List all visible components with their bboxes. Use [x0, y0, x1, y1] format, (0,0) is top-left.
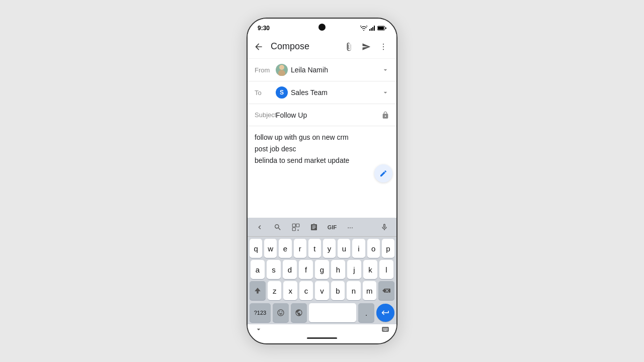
keyboard: q w e r t y u i o p a s d f g h j k: [248, 237, 396, 324]
key-m[interactable]: m: [363, 281, 376, 300]
status-time: 9:30: [258, 25, 270, 32]
kb-translate-icon: ✦: [291, 223, 300, 232]
attach-button[interactable]: [341, 39, 357, 55]
key-r[interactable]: r: [294, 239, 306, 258]
key-q[interactable]: q: [250, 239, 262, 258]
send-button[interactable]: [358, 39, 374, 55]
key-p[interactable]: p: [382, 239, 394, 258]
key-period[interactable]: .: [358, 303, 374, 322]
keyboard-row-2: a s d f g h j k l: [250, 260, 394, 279]
svg-point-7: [383, 43, 384, 44]
key-d[interactable]: d: [283, 260, 297, 279]
to-dropdown-icon[interactable]: [381, 88, 389, 97]
key-o[interactable]: o: [367, 239, 380, 258]
keyboard-translate-button[interactable]: ✦: [288, 220, 304, 235]
compose-title: Compose: [271, 41, 341, 52]
svg-rect-12: [292, 227, 295, 230]
key-s[interactable]: s: [267, 260, 281, 279]
svg-point-9: [383, 49, 384, 50]
status-icons: [360, 26, 386, 31]
svg-rect-5: [378, 27, 384, 30]
home-indicator-bar: [248, 334, 396, 343]
to-avatar: S: [276, 86, 288, 99]
from-dropdown-icon[interactable]: [381, 66, 389, 74]
more-button[interactable]: [375, 39, 391, 55]
svg-rect-2: [372, 27, 373, 31]
key-w[interactable]: w: [264, 239, 277, 258]
send-icon: [362, 42, 371, 51]
keyboard-toolbar: ✦ GIF ···: [248, 218, 396, 237]
key-e[interactable]: e: [279, 239, 291, 258]
key-y[interactable]: y: [323, 239, 336, 258]
key-a[interactable]: a: [251, 260, 265, 279]
key-backspace[interactable]: [378, 281, 394, 300]
back-button[interactable]: [251, 39, 267, 55]
key-t[interactable]: t: [308, 239, 321, 258]
subject-value[interactable]: Follow Up: [276, 111, 307, 119]
key-x[interactable]: x: [283, 281, 297, 300]
subject-label: Subject: [255, 111, 276, 119]
enter-icon: [381, 308, 390, 317]
key-z[interactable]: z: [268, 281, 281, 300]
key-g[interactable]: g: [315, 260, 329, 279]
to-name: Sales Team: [291, 88, 328, 97]
to-row[interactable]: To S Sales Team: [248, 81, 396, 104]
top-app-bar: Compose: [248, 35, 396, 59]
edit-fab-button[interactable]: [374, 164, 392, 183]
key-shift[interactable]: [250, 281, 266, 300]
key-globe[interactable]: [291, 303, 307, 322]
keyboard-gif-button[interactable]: GIF: [324, 220, 340, 235]
chevron-down-icon2: [381, 88, 389, 97]
keyboard-bottom-row: ?123 .: [248, 303, 396, 324]
from-value: Leila Namih: [276, 64, 381, 76]
svg-rect-0: [369, 29, 370, 31]
keyboard-switch-button[interactable]: [381, 325, 389, 333]
keyboard-more-button[interactable]: ···: [342, 220, 358, 235]
keyboard-rows: q w e r t y u i o p a s d f g h j k: [248, 237, 396, 303]
more-icon: [379, 42, 388, 51]
globe-icon: [295, 309, 303, 317]
backspace-icon: [382, 288, 390, 294]
from-row[interactable]: From Leila Namih: [248, 59, 396, 81]
keyboard-back-button[interactable]: [252, 220, 268, 235]
key-j[interactable]: j: [347, 260, 361, 279]
keyboard-voice-button[interactable]: [376, 220, 392, 235]
key-numbers[interactable]: ?123: [250, 303, 271, 322]
chevron-down-button[interactable]: [255, 325, 263, 333]
svg-rect-6: [385, 28, 386, 29]
emoji-icon: [277, 309, 285, 317]
key-f[interactable]: f: [299, 260, 313, 279]
kb-back-icon: [256, 223, 264, 231]
keyboard-row-3: z x c v b n m: [250, 281, 394, 300]
svg-rect-3: [374, 26, 375, 31]
key-l[interactable]: l: [379, 260, 393, 279]
svg-rect-11: [296, 224, 299, 227]
body-line-2: post job desc: [255, 144, 389, 154]
home-indicator: [307, 337, 337, 339]
key-n[interactable]: n: [347, 281, 360, 300]
back-arrow-icon: [254, 42, 264, 52]
key-emoji[interactable]: [273, 303, 289, 322]
key-c[interactable]: c: [299, 281, 313, 300]
key-u[interactable]: u: [338, 239, 350, 258]
phone-frame: 9:30: [247, 18, 397, 344]
key-i[interactable]: i: [352, 239, 365, 258]
chevron-down-icon3: [255, 325, 263, 333]
svg-rect-10: [292, 224, 295, 227]
email-form: From Leila Namih To S Sales Team: [248, 59, 396, 218]
from-avatar: [276, 64, 288, 76]
subject-row[interactable]: Subject Follow Up: [248, 104, 396, 126]
to-label: To: [255, 89, 276, 97]
key-b[interactable]: b: [331, 281, 345, 300]
top-actions: [341, 39, 391, 55]
kb-clipboard-icon: [310, 223, 318, 231]
lock-svg: [381, 111, 389, 119]
key-h[interactable]: h: [331, 260, 345, 279]
key-enter[interactable]: [376, 304, 394, 322]
key-space[interactable]: [309, 303, 356, 322]
email-body[interactable]: follow up with gus on new crm post job d…: [248, 126, 396, 187]
key-k[interactable]: k: [363, 260, 377, 279]
keyboard-search-button[interactable]: [270, 220, 286, 235]
keyboard-clipboard-button[interactable]: [306, 220, 322, 235]
key-v[interactable]: v: [315, 281, 329, 300]
